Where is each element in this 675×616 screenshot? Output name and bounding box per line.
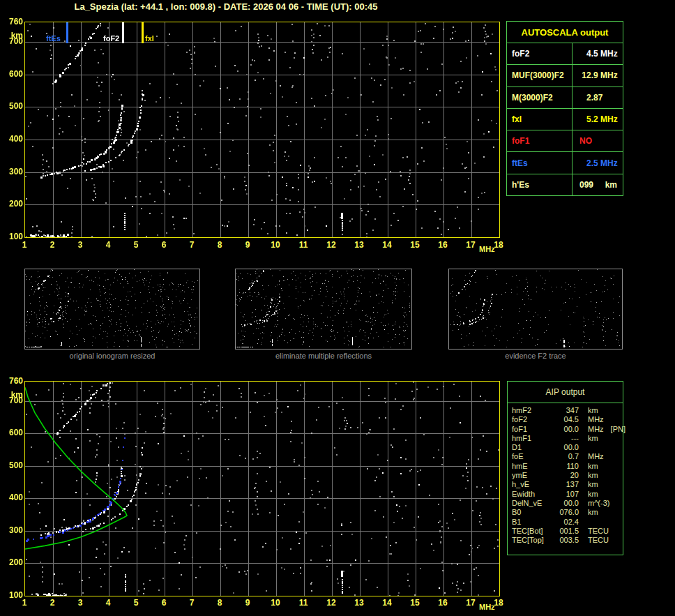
autoscala-output-table: AUTOSCALA output foF2 4.5 MHzMUF(3000)F2… <box>506 21 623 196</box>
aip-row-label: hmF2 <box>512 406 554 415</box>
aip-row: hmF2347km <box>512 406 623 415</box>
y-axis-unit-label: km <box>4 31 23 40</box>
aip-row: B102.4 <box>512 518 623 527</box>
y-axis-unit-label: km <box>4 391 23 399</box>
y-tick-label: 500 <box>4 102 23 110</box>
aip-row: ymE20km <box>512 471 623 480</box>
x-tick-label: 5 <box>128 599 144 607</box>
autoscala-row: fxI 5.2 MHz <box>507 109 623 130</box>
autoscala-table-title: AUTOSCALA output <box>507 22 623 43</box>
autoscala-row-value: 5.2 MHz <box>572 109 623 130</box>
aip-row-label: TEC[Top] <box>512 536 554 545</box>
fxi-marker-label: fxI <box>145 35 154 43</box>
fof2-marker-label: foF2 <box>103 35 119 43</box>
y-tick-label: 600 <box>4 70 23 78</box>
autoscala-row-label: M(3000)F2 <box>507 87 572 108</box>
aip-row-value: 003.5 <box>554 536 579 545</box>
aip-output-table: AIP output hmF2347kmfoF204.5MHzfoF100.0M… <box>507 381 623 555</box>
autoscala-row-label: MUF(3000)F2 <box>507 65 572 86</box>
aip-row-unit: MHz <box>588 452 604 461</box>
aip-row: Ewidth107km <box>512 490 623 499</box>
x-tick-label: 9 <box>239 599 256 607</box>
x-axis-unit-label: MHz <box>479 603 495 611</box>
x-tick-label: 11 <box>295 241 312 249</box>
x-tick-label: 13 <box>351 241 367 249</box>
x-tick-label: 14 <box>379 599 395 607</box>
x-tick-label: 11 <box>295 599 312 607</box>
panel-original-ionogram <box>24 269 200 350</box>
panel-original-caption: original ionogram resized <box>24 352 200 360</box>
autoscala-screen: La_Spezia (lat: +44.1 , lon: 009.8) - DA… <box>0 0 675 616</box>
aip-table-title: AIP output <box>508 382 623 403</box>
x-tick-label: 16 <box>434 241 451 249</box>
aip-row: foF100.0MHz[PN] <box>512 425 623 434</box>
x-tick-label: 1 <box>16 241 33 249</box>
x-tick-label: 4 <box>100 241 116 249</box>
autoscala-row: MUF(3000)F2 12.9 MHz <box>507 65 623 87</box>
aip-row: TEC[Bot]001.5TECU <box>512 527 623 536</box>
panel-eliminate-reflections <box>235 269 412 350</box>
x-tick-label: 17 <box>462 599 479 607</box>
autoscala-row-label: foF1 <box>507 130 572 151</box>
x-tick-label: 16 <box>434 599 451 607</box>
y-tick-label: 600 <box>4 428 23 437</box>
aip-row-unit: km <box>588 434 598 443</box>
autoscala-row: ftEs 2.5 MHz <box>507 152 623 174</box>
x-tick-label: 13 <box>351 599 367 607</box>
aip-row: B0076.0km <box>512 508 623 517</box>
aip-row-label: foF2 <box>512 415 554 424</box>
x-tick-label: 10 <box>267 599 284 607</box>
aip-row-value: 110 <box>554 462 579 471</box>
x-tick-label: 14 <box>379 241 395 249</box>
autoscala-row-value: 4.5 MHz <box>572 43 623 64</box>
aip-row-unit: km <box>588 508 598 517</box>
autoscala-row: foF1NO <box>507 130 623 152</box>
y-tick-label: 200 <box>4 200 23 208</box>
aip-table-body: hmF2347kmfoF204.5MHzfoF100.0MHz[PN]hmF1-… <box>508 403 623 545</box>
autoscala-row-value: NO <box>572 130 623 151</box>
x-tick-label: 5 <box>128 241 144 249</box>
x-tick-label: 7 <box>183 241 200 249</box>
aip-row-label: B1 <box>512 518 554 527</box>
aip-row-label: B0 <box>512 508 554 517</box>
aip-row-unit: km <box>588 471 598 480</box>
y-tick-label: 100 <box>4 232 23 241</box>
aip-row: foF204.5MHz <box>512 415 623 424</box>
profile-ionogram-plot <box>24 381 500 596</box>
y-tick-label: 300 <box>4 526 23 534</box>
panel-eliminate-canvas <box>236 269 410 347</box>
ftes-marker-label: ftEs <box>46 35 61 43</box>
aip-row-value: 076.0 <box>554 508 579 517</box>
autoscala-row-label: foF2 <box>507 43 572 64</box>
aip-row-unit: TECU <box>588 536 609 545</box>
aip-row: D100.0 <box>512 443 623 452</box>
main-ionogram-canvas <box>25 22 499 237</box>
aip-row-value: 04.5 <box>554 415 579 424</box>
y-tick-label: 200 <box>4 558 23 566</box>
aip-row: foE0.7MHz <box>512 452 623 461</box>
y-tick-label: 300 <box>4 167 23 176</box>
aip-row-unit: m^(-3) <box>588 499 609 508</box>
profile-ionogram-canvas <box>25 382 499 596</box>
aip-row-unit: MHz <box>588 415 604 424</box>
x-tick-label: 15 <box>407 599 423 607</box>
x-tick-label: 8 <box>211 599 228 607</box>
panel-evidence-caption: evidence F2 trace <box>448 352 623 360</box>
autoscala-row: M(3000)F2 2.87 <box>507 87 623 109</box>
y-tick-label: 760 <box>4 377 23 385</box>
x-axis-unit-label: MHz <box>479 246 495 253</box>
aip-row-value: 137 <box>554 480 579 489</box>
aip-row-value: 00.0 <box>554 425 579 434</box>
aip-row-value: 347 <box>554 406 579 415</box>
aip-row-value: 0.7 <box>554 452 579 461</box>
panel-evidence-f2 <box>448 269 623 350</box>
aip-row-extra: [PN] <box>611 425 625 434</box>
autoscala-row: h'Es099 km <box>507 174 623 195</box>
autoscala-row-label: fxI <box>507 109 572 130</box>
x-tick-label: 9 <box>239 241 256 249</box>
x-tick-label: 8 <box>211 241 228 249</box>
autoscala-row: foF2 4.5 MHz <box>507 43 623 65</box>
aip-row: DelN_vE00.0m^(-3) <box>512 499 623 508</box>
aip-row-unit: km <box>588 480 598 489</box>
x-tick-label: 17 <box>462 241 479 249</box>
